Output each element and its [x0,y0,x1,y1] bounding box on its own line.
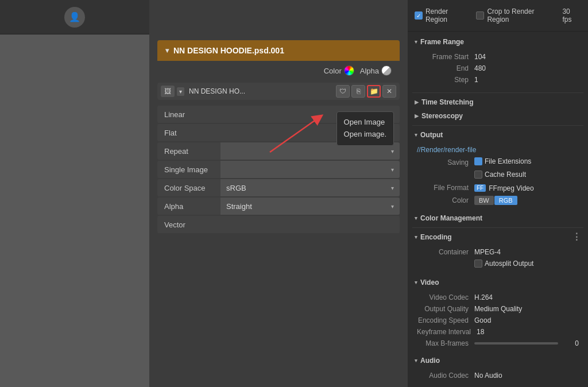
render-region-label: Render Region [425,7,471,24]
max-bframes-label: Max B-frames [417,339,474,347]
repeat-label: Repeat [157,147,220,156]
time-stretching-header[interactable]: ▶ Time Stretching [412,95,583,109]
color-space-dropdown[interactable]: sRGB ▾ [220,179,400,196]
end-value: 480 [474,64,579,72]
time-stretching-title: Time Stretching [421,98,473,106]
output-path-row: //Render/render-file [417,144,579,156]
frame-start-label: Frame Start [417,53,474,61]
video-body: Video Codec H.264 Output Quality Medium … [412,289,583,354]
step-label: Step [417,76,474,84]
color-rgb-button[interactable]: RGB [494,196,517,205]
color-output: Color [324,65,354,76]
node-title: NN DESIGN HOODIE.psd.001 [173,46,284,55]
crop-render-row[interactable]: Crop to Render Region [476,7,558,24]
frame-start-row: Frame Start 104 [417,51,579,63]
stereoscopy-title: Stereoscopy [421,112,463,120]
avatar: 👤 [64,7,85,28]
max-bframes-slider-row: 0 [474,339,579,347]
image-type-dropdown[interactable]: ▾ [177,87,184,96]
encoding-title: Encoding [420,233,452,241]
right-content: ▾ Frame Range Frame Start 104 End 480 St… [408,32,588,387]
flat-label: Flat [164,129,177,137]
keyframe-label: Keyframe Interval [417,328,477,336]
open-folder-button[interactable]: 📁 [367,85,381,98]
alpha-dropdown[interactable]: Straight ▾ [220,198,400,215]
stereoscopy-header[interactable]: ▶ Stereoscopy [412,109,583,123]
single-image-dropdown-arrow: ▾ [391,167,394,173]
node-collapse-arrow[interactable]: ▾ [165,47,169,55]
keyframe-row: Keyframe Interval 18 [417,326,579,338]
alpha-row[interactable]: Alpha Straight ▾ [157,198,400,215]
audio-arrow: ▾ [415,358,417,363]
color-management-header[interactable]: ▾ Color Management [412,211,583,225]
alpha-output: Alpha [360,65,392,76]
frame-start-value: 104 [474,53,579,61]
video-codec-label: Video Codec [417,293,474,301]
frame-range-arrow: ▾ [415,39,417,45]
file-format-label: File Format [417,184,474,192]
encoding-options-button[interactable]: ⋮ [572,231,581,242]
container-value: MPEG-4 [474,248,579,256]
left-top-bar: 👤 [0,0,149,34]
video-codec-row: Video Codec H.264 [417,292,579,303]
output-section-header[interactable]: ▾ Output [412,128,583,142]
audio-codec-value: No Audio [474,371,579,380]
encoding-speed-value: Good [474,316,579,324]
encoding-section-header[interactable]: ▾ Encoding ⋮ [412,230,583,244]
file-format-row: File Format FF FFmpeg Video [417,182,579,194]
vector-row: Vector [157,216,400,233]
container-label: Container [417,248,474,256]
divider-2 [412,125,583,126]
image-actions: 🛡 ⎘ 📁 ✕ [336,85,396,98]
image-input-row: 🖼 ▾ NN DESIGN HO... 🛡 ⎘ 📁 ✕ Open Image O… [157,83,400,100]
single-image-row[interactable]: Single Image ▾ [157,161,400,178]
output-title: Output [420,131,443,139]
max-bframes-row: Max B-frames 0 [417,338,579,349]
tooltip-line2: Open image. [344,129,386,141]
linear-label: Linear [164,110,185,119]
color-space-row[interactable]: Color Space sRGB ▾ [157,179,400,196]
audio-section-header[interactable]: ▾ Audio [412,354,583,367]
audio-title: Audio [420,357,440,365]
alpha-dot [381,65,392,76]
saving-label: Saving [417,158,474,167]
frame-rate-label: 30 fps [562,7,581,24]
max-bframes-value: 0 [562,339,579,347]
divider-3 [412,227,583,228]
tooltip-line1: Open Image [344,117,386,129]
audio-body: Audio Codec No Audio [412,367,583,386]
audio-codec-label: Audio Codec [417,371,474,380]
image-name: NN DESIGN HO... [187,86,334,96]
alpha-label2: Alpha [157,202,220,211]
left-panel: 👤 [0,0,149,387]
encoding-body: Container MPEG-4 Autosplit Output [412,244,583,276]
encoding-arrow: ▾ [415,234,417,240]
shield-button[interactable]: 🛡 [336,85,350,98]
node-header[interactable]: ▾ NN DESIGN HOODIE.psd.001 [157,40,400,61]
video-section-header[interactable]: ▾ Video [412,276,583,289]
render-region-row[interactable]: Render Region [415,7,471,24]
vector-label: Vector [164,220,185,229]
close-button[interactable]: ✕ [382,85,396,98]
autosplit-row: Autosplit Output [417,258,579,271]
frame-range-section-header[interactable]: ▾ Frame Range [412,35,583,49]
left-body [0,34,149,387]
output-arrow: ▾ [415,132,417,138]
single-image-dropdown[interactable]: ▾ [220,161,400,178]
end-row: End 480 [417,63,579,74]
file-extensions-row[interactable]: Saving File Extensions [417,156,579,169]
max-bframes-slider[interactable] [474,342,558,345]
output-color-label: Color [417,196,474,204]
render-region-checkbox[interactable] [415,11,423,20]
audio-codec-row: Audio Codec No Audio [417,370,579,381]
alpha-label: Alpha [360,67,379,75]
file-format-value: FFmpeg Video [489,184,534,192]
autosplit-label: Autosplit Output [485,260,533,268]
crop-render-checkbox[interactable] [476,11,484,20]
color-bw-button[interactable]: BW [474,196,494,205]
copy-button[interactable]: ⎘ [351,85,365,98]
cache-result-label: Cache Result [485,171,526,179]
encoding-speed-row: Encoding Speed Good [417,315,579,326]
color-space-label: Color Space [157,184,220,192]
keyframe-value: 18 [477,328,579,336]
